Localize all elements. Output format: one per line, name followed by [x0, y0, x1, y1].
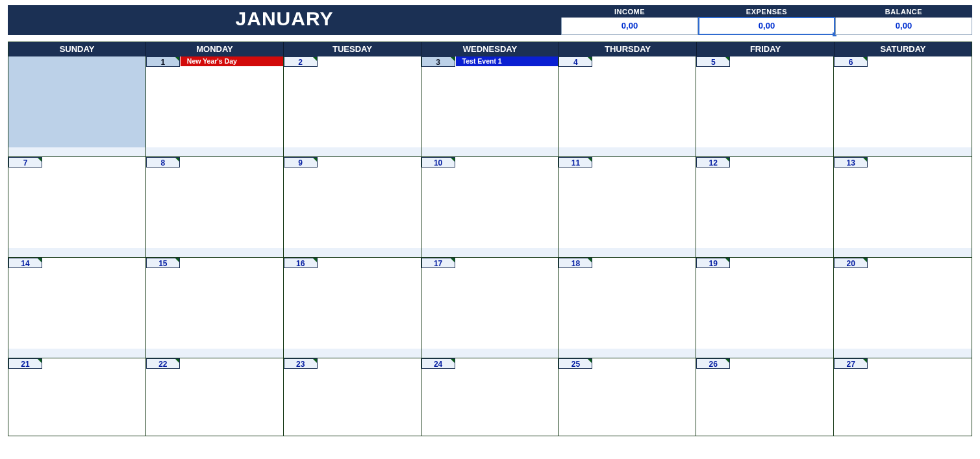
summary-expenses-label: EXPENSES	[698, 5, 835, 18]
day-cell[interactable]: 9	[284, 157, 421, 258]
day-cell[interactable]: 3Test Event 1	[421, 56, 559, 157]
day-cell[interactable]: 12	[696, 157, 834, 258]
date-number: 10	[421, 157, 455, 167]
day-cell[interactable]: 27	[834, 358, 972, 436]
day-cell-footer	[146, 147, 283, 156]
day-cell-footer	[834, 248, 972, 257]
day-cell[interactable]: 22	[146, 358, 284, 436]
day-cell-footer	[559, 349, 696, 358]
day-cell[interactable]: 21	[8, 358, 146, 436]
day-cell[interactable]: 10	[421, 157, 559, 258]
date-number: 25	[559, 358, 592, 369]
date-number: 27	[834, 358, 868, 369]
day-cell-footer	[834, 349, 972, 358]
day-cell[interactable]	[8, 56, 146, 157]
day-cell-footer	[696, 147, 833, 156]
day-cell[interactable]: 19	[696, 258, 834, 358]
summary-expenses-value[interactable]: 0,00	[698, 18, 835, 35]
day-cell[interactable]: 20	[834, 258, 972, 358]
calendar-event[interactable]: New Year's Day	[181, 56, 283, 66]
summary-income: INCOME 0,00	[561, 5, 698, 35]
day-cell-footer	[421, 349, 559, 358]
date-number: 11	[559, 157, 592, 167]
date-number: 9	[284, 157, 318, 167]
day-cell[interactable]: 11	[559, 157, 696, 258]
day-cell[interactable]: 16	[284, 258, 421, 358]
date-number: 7	[8, 157, 42, 167]
day-cell[interactable]: 14	[8, 258, 146, 358]
summary-region: INCOME 0,00 EXPENSES 0,00 BALANCE 0,00	[561, 5, 972, 35]
day-cell[interactable]: 23	[284, 358, 421, 436]
date-number: 24	[421, 358, 455, 369]
date-number: 1	[146, 56, 180, 67]
summary-balance-label: BALANCE	[835, 5, 972, 18]
day-cell-footer	[696, 349, 833, 358]
day-cell-footer	[559, 248, 696, 257]
day-cell[interactable]: 25	[559, 358, 696, 436]
date-number: 12	[696, 157, 730, 167]
day-cell-footer	[834, 147, 972, 156]
date-number: 22	[146, 358, 180, 369]
day-cell-footer	[146, 349, 283, 358]
day-cell[interactable]: 5	[696, 56, 834, 157]
day-cell[interactable]: 17	[421, 258, 559, 358]
day-cell[interactable]: 26	[696, 358, 834, 436]
date-number: 14	[8, 258, 42, 268]
day-cell-footer	[421, 147, 559, 156]
day-cell-footer	[284, 349, 421, 358]
summary-balance-value[interactable]: 0,00	[835, 18, 972, 35]
day-cell[interactable]: 1New Year's Day	[146, 56, 284, 157]
calendar: SUNDAY MONDAY TUESDAY WEDNESDAY THURSDAY…	[8, 42, 972, 436]
date-number: 17	[421, 258, 455, 268]
date-number: 26	[696, 358, 730, 369]
weekday-header-row: SUNDAY MONDAY TUESDAY WEDNESDAY THURSDAY…	[8, 42, 972, 56]
day-cell-footer	[421, 248, 559, 257]
day-cell-footer	[8, 248, 145, 257]
day-cell[interactable]: 7	[8, 157, 146, 258]
day-cell[interactable]: 4	[559, 56, 696, 157]
date-number: 20	[834, 258, 868, 268]
date-number: 19	[696, 258, 730, 268]
date-number: 6	[834, 56, 868, 67]
date-number: 15	[146, 258, 180, 268]
day-cell-footer	[284, 248, 421, 257]
date-number: 16	[284, 258, 318, 268]
day-cell[interactable]: 18	[559, 258, 696, 358]
day-cell-footer	[146, 248, 283, 257]
summary-balance: BALANCE 0,00	[835, 5, 972, 35]
weekday-header: MONDAY	[146, 42, 284, 56]
top-bar: JANUARY INCOME 0,00 EXPENSES 0,00 BALANC…	[8, 5, 972, 35]
day-cell[interactable]: 13	[834, 157, 972, 258]
day-cell[interactable]: 15	[146, 258, 284, 358]
day-cell[interactable]: 2	[284, 56, 421, 157]
date-number: 4	[559, 56, 592, 67]
date-number: 2	[284, 56, 318, 67]
weekday-header: THURSDAY	[559, 42, 697, 56]
day-cell[interactable]: 8	[146, 157, 284, 258]
summary-income-label: INCOME	[561, 5, 698, 18]
weekday-header: TUESDAY	[284, 42, 421, 56]
date-number: 3	[421, 56, 455, 67]
summary-expenses: EXPENSES 0,00	[698, 5, 835, 35]
date-number: 21	[8, 358, 42, 369]
calendar-body: 1New Year's Day23Test Event 145678910111…	[8, 56, 972, 436]
weekday-header: SATURDAY	[835, 42, 972, 56]
weekday-header: WEDNESDAY	[421, 42, 559, 56]
date-number: 5	[696, 56, 730, 67]
day-cell-footer	[8, 147, 145, 156]
day-cell-footer	[696, 248, 833, 257]
day-cell-footer	[284, 147, 421, 156]
weekday-header: FRIDAY	[697, 42, 835, 56]
day-cell-footer	[8, 349, 145, 358]
day-cell[interactable]: 24	[421, 358, 559, 436]
date-number: 18	[559, 258, 592, 268]
weekday-header: SUNDAY	[8, 42, 146, 56]
date-number: 23	[284, 358, 318, 369]
day-cell-footer	[559, 147, 696, 156]
calendar-event[interactable]: Test Event 1	[456, 56, 559, 66]
date-number: 8	[146, 157, 180, 167]
date-number: 13	[834, 157, 868, 167]
day-cell[interactable]: 6	[834, 56, 972, 157]
summary-income-value[interactable]: 0,00	[561, 18, 698, 35]
month-title: JANUARY	[8, 5, 561, 35]
